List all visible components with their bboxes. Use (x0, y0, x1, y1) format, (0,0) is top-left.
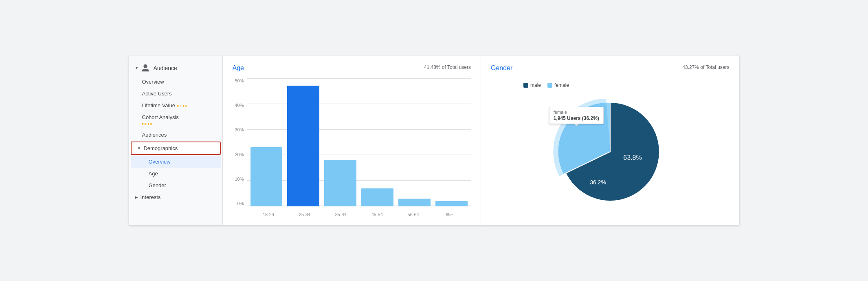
sidebar-item-overview[interactable]: Overview (129, 76, 222, 88)
sidebar-item-cohort-analysis[interactable]: Cohort Analysis BETA (129, 111, 222, 129)
bar-group-25-34 (287, 78, 319, 206)
legend-label-male: male (530, 82, 541, 88)
audience-label: Audience (153, 65, 177, 71)
legend-dot-male (523, 83, 528, 88)
bar-35-44 (324, 160, 356, 206)
male-pct-label: 63.8% (623, 154, 642, 161)
bar-45-54 (361, 188, 393, 206)
user-icon (141, 64, 150, 73)
tooltip-label: female (554, 110, 599, 115)
audience-arrow-icon: ▼ (135, 66, 139, 70)
bars-container: 18-2425-3435-4445-5455-6465+ (247, 78, 471, 217)
legend-item-male: male (523, 82, 541, 88)
pie-chart-area: male female female 1,945 Users (36.2%) (491, 78, 730, 209)
pie-wrapper: female 1,945 Users (36.2%) (553, 95, 667, 209)
bar-group-55-64 (398, 78, 431, 206)
bar-group-18-24 (251, 78, 283, 206)
sidebar-item-lifetime-value[interactable]: Lifetime Value BETA (129, 100, 222, 111)
demographics-arrow-icon: ▼ (137, 146, 141, 150)
x-label-35-44: 35-44 (323, 212, 359, 217)
bar-65+ (435, 201, 468, 206)
x-label-55-64: 55-64 (395, 212, 431, 217)
bar-18-24 (251, 147, 283, 206)
main-container: ▼ Audience Overview Active Users Lifetim… (129, 56, 740, 226)
sidebar-demographics-header[interactable]: ▼ Demographics (131, 142, 221, 155)
sidebar: ▼ Audience Overview Active Users Lifetim… (129, 56, 223, 225)
sidebar-demo-gender[interactable]: Gender (131, 179, 221, 191)
bar-group-65+ (435, 78, 468, 206)
interests-arrow-icon: ▶ (135, 195, 138, 199)
tooltip-value: 1,945 Users (36.2%) (554, 115, 599, 121)
legend-dot-female (547, 83, 552, 88)
bar-55-64 (398, 199, 431, 206)
pie-tooltip: female 1,945 Users (36.2%) (549, 107, 604, 124)
age-chart-title: Age (233, 64, 244, 72)
gender-chart-panel: Gender 43.27% of Total users male female (481, 56, 739, 225)
x-labels: 18-2425-3435-4445-5455-6465+ (247, 210, 471, 217)
bars-row (247, 78, 471, 206)
x-label-65+: 65+ (431, 212, 468, 217)
sidebar-demo-age[interactable]: Age (131, 168, 221, 179)
y-axis: 50% 40% 30% 20% 10% 0% (233, 78, 247, 217)
sidebar-interests[interactable]: ▶ Interests (129, 191, 222, 203)
sidebar-demo-overview[interactable]: Overview (131, 156, 221, 168)
x-label-18-24: 18-24 (251, 212, 287, 217)
lifetime-value-beta-badge: BETA (177, 104, 187, 108)
bar-group-35-44 (324, 78, 356, 206)
age-chart-panel: Age 41.48% of Total users 50% 40% 30% 20… (223, 56, 481, 225)
female-pct-label: 36.2% (590, 179, 606, 186)
cohort-beta-badge: BETA (142, 122, 153, 126)
main-content: Age 41.48% of Total users 50% 40% 30% 20… (223, 56, 739, 225)
sidebar-item-active-users[interactable]: Active Users (129, 88, 222, 100)
x-label-25-34: 25-34 (286, 212, 323, 217)
age-chart-header: Age 41.48% of Total users (233, 64, 471, 72)
bar-chart-inner: 50% 40% 30% 20% 10% 0% (233, 78, 471, 217)
x-label-45-54: 45-54 (359, 212, 395, 217)
legend-item-female: female (547, 82, 569, 88)
sidebar-item-audiences[interactable]: Audiences (129, 129, 222, 141)
sidebar-audience[interactable]: ▼ Audience (129, 60, 222, 76)
gender-chart-subtitle: 43.27% of Total users (682, 64, 729, 70)
age-bar-chart: 50% 40% 30% 20% 10% 0% (233, 78, 471, 217)
legend: male female (523, 82, 569, 88)
bar-group-45-54 (361, 78, 393, 206)
bar-25-34 (287, 86, 319, 206)
gender-chart-title: Gender (491, 64, 512, 72)
gender-chart-header: Gender 43.27% of Total users (491, 64, 730, 72)
legend-label-female: female (554, 82, 569, 88)
age-chart-subtitle: 41.48% of Total users (424, 64, 471, 70)
